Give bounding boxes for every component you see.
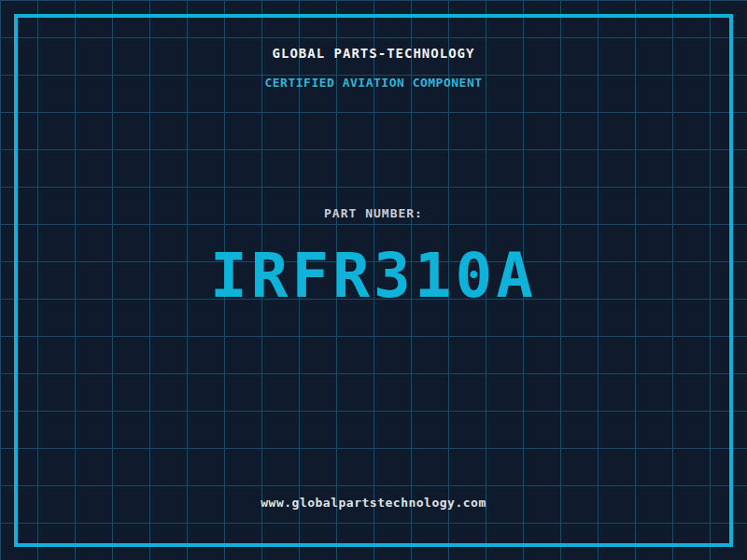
part-number-label: PART NUMBER: — [0, 206, 747, 220]
website-url: www.globalpartstechnology.com — [0, 496, 747, 510]
company-name: GLOBAL PARTS-TECHNOLOGY — [0, 46, 747, 61]
part-card: GLOBAL PARTS-TECHNOLOGY CERTIFIED AVIATI… — [0, 0, 747, 560]
part-number-value: IRFR310A — [0, 245, 747, 307]
certification-subtitle: CERTIFIED AVIATION COMPONENT — [0, 76, 747, 90]
